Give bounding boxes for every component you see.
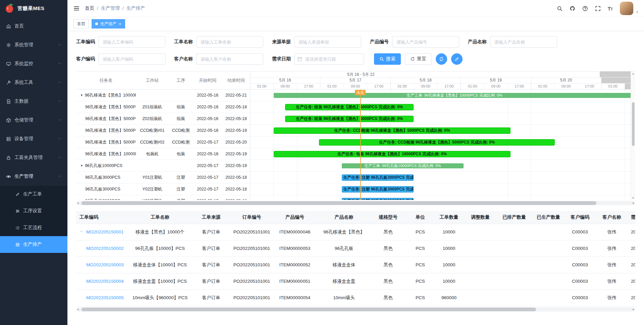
gantt-day-label: 5月 20 xyxy=(531,77,601,83)
gantt-task-row[interactable]: 96孔移液盒【黑色】5000PCSZ01组装机组装2022-05-162022-… xyxy=(76,101,250,113)
avatar-caret-icon[interactable]: ▾ xyxy=(636,10,638,14)
gantt-horizontal-scrollbar[interactable]: ◂ ▸ xyxy=(76,201,635,205)
refresh-button[interactable] xyxy=(436,53,447,65)
table-row: MO20220515000296孔孔板【10000】PCS客户订单PO20220… xyxy=(76,240,635,257)
work-order-link[interactable]: MO202205150003 xyxy=(86,262,124,267)
gantt-task-row[interactable]: ▼96孔孔板10000PCS2022-05-172022-05-19 xyxy=(76,160,250,172)
work-order-link[interactable]: MO202205150001 xyxy=(86,229,124,234)
column-header-customer_name: 客户名称 xyxy=(595,211,629,224)
scroll-thumb[interactable] xyxy=(632,102,635,146)
cell-spec: 黑色 xyxy=(370,257,407,273)
gantt-task-row[interactable]: 96孔孔板3000PCSY03注塑机注塑2022-05-172022-05-18 xyxy=(76,195,250,200)
scroll-up-arrow[interactable]: ▴ xyxy=(631,71,635,75)
search-icon[interactable] xyxy=(557,6,562,11)
reset-button[interactable]: 重置 xyxy=(405,53,432,65)
gantt-bar-task[interactable]: 生产任务: CCD检测 96孔移液盒【黑色】5000PCS 完成比例: 0% xyxy=(274,127,511,134)
breadcrumb-item[interactable]: 生产管理 xyxy=(101,5,120,11)
sidebar-item-production-mgmt[interactable]: 生产管理 xyxy=(0,167,67,186)
filter-label: 工单编码 xyxy=(76,39,95,45)
work-order-link[interactable]: MO202205150002 xyxy=(86,246,124,251)
cell-customer_code: C00003 xyxy=(565,240,595,257)
font-size-icon[interactable]: TT xyxy=(608,6,613,11)
work-order-name-input[interactable] xyxy=(196,36,263,48)
app-logo: 苦糖果MES xyxy=(0,0,67,17)
customer-code-input[interactable] xyxy=(98,53,165,65)
gantt-task-row[interactable]: 96孔移液盒【黑色】5000PCSZ02组装机组装2022-05-162022-… xyxy=(76,113,250,125)
table-horizontal-scrollbar[interactable]: ◂ ▸ xyxy=(76,307,635,312)
cell-customer_code: C00003 xyxy=(565,257,595,273)
demand-date-input[interactable] xyxy=(294,53,364,65)
fullscreen-icon[interactable] xyxy=(595,6,601,11)
gantt-bar-task[interactable]: 生产任务: 组装 96孔移液盒【黑色】5000PCS 完成比例: 0% xyxy=(285,116,413,122)
gantt-bar-selected[interactable]: 生产任务: 注塑 96孔孔板3000PCS 完成比例: 0% xyxy=(342,186,414,193)
collapse-triangle-icon[interactable]: ▼ xyxy=(80,94,83,97)
scroll-right-arrow[interactable]: ▸ xyxy=(633,307,634,312)
breadcrumb-item[interactable]: 首页 xyxy=(85,5,94,11)
customer-name-input[interactable] xyxy=(196,53,263,65)
task-process: 组装 xyxy=(169,104,193,110)
gantt-bar-selected[interactable]: 生产任务: 注塑 96孔孔板3000PCS 完成比例: 0% xyxy=(342,174,414,181)
gantt-bar-task[interactable]: 生产任务: CCD检测 96孔移液盒【黑色】5000PCS 完成比例: 0% xyxy=(319,139,555,146)
scroll-thumb[interactable] xyxy=(82,308,536,311)
breadcrumb-item[interactable]: 生产排产 xyxy=(126,5,145,11)
scroll-right-arrow[interactable]: ▸ xyxy=(633,201,634,205)
collapse-triangle-icon[interactable]: ▼ xyxy=(80,164,83,167)
gantt-bar-selected[interactable]: 生产任务: 注塑 96孔孔板3000PCS 完成比例: 0% xyxy=(342,198,414,200)
gantt-vertical-scrollbar[interactable]: ▴ ▾ xyxy=(631,71,635,200)
sidebar-item-system-monitor[interactable]: 系统监控 xyxy=(0,54,67,73)
cell-name: 移液盒【黑色】10000个 xyxy=(130,224,190,240)
search-button[interactable]: 搜索 xyxy=(374,53,401,65)
avatar[interactable] xyxy=(620,2,633,15)
sidebar-item-system-tools[interactable]: 系统工具 xyxy=(0,73,67,92)
sidebar-item-work-order[interactable]: 生产工单 xyxy=(0,186,67,203)
eye-icon xyxy=(6,174,11,179)
cell-source: 客户订单 xyxy=(190,240,232,257)
sidebar-item-label: 工艺流程 xyxy=(23,225,61,231)
scroll-thumb[interactable] xyxy=(82,201,596,205)
task-name: 96孔孔板3000PCS xyxy=(76,186,136,192)
sidebar-menu: 首页系统管理系统监控系统工具主数据仓储管理设备管理工装夹具管理生产管理生产工单工… xyxy=(0,17,67,253)
sidebar-item-craft-flow[interactable]: 工艺流程 xyxy=(0,219,67,236)
tab-生产排产[interactable]: 生产排产× xyxy=(92,19,125,29)
tab-首页[interactable]: 首页 xyxy=(73,19,89,29)
gantt-bar-task[interactable]: 生产任务: 组装 96孔移液盒【黑色】5000PCS 完成比例: 0% xyxy=(285,104,413,110)
sidebar-item-label: 设备管理 xyxy=(14,136,54,142)
sidebar-item-system-mgmt[interactable]: 系统管理 xyxy=(0,36,67,54)
scroll-left-arrow[interactable]: ◂ xyxy=(77,201,79,205)
row-expand-icon[interactable] xyxy=(79,229,86,234)
sidebar-item-scheduling[interactable]: 生产排产 xyxy=(0,236,67,253)
work-order-code-input[interactable] xyxy=(98,36,165,48)
product-code-input[interactable] xyxy=(392,36,459,48)
gantt-bar-parent[interactable]: 生产工单: 96孔移液盒【黑色】10000PCS 完成比例: 0% xyxy=(274,93,635,98)
sidebar-collapse-button[interactable] xyxy=(73,5,79,11)
gantt-task-row[interactable]: 96孔移液盒【黑色】5000PCSCCD检测#01CCD检测2022-05-16… xyxy=(76,125,250,137)
scroll-down-arrow[interactable]: ▾ xyxy=(631,196,635,200)
sidebar-item-home[interactable]: 首页 xyxy=(0,17,67,36)
work-order-link[interactable]: MO202205150004 xyxy=(86,279,124,284)
gantt-task-row[interactable]: 96孔孔板3000PCSY01注塑机注塑2022-05-172022-05-18 xyxy=(76,172,250,183)
today-badge: 今天 xyxy=(355,90,366,95)
gantt-bar-task[interactable]: 生产任务: 包装 96孔移液盒【黑色】10000PCS 完成比例: 0% xyxy=(274,151,511,157)
help-icon[interactable] xyxy=(582,6,588,11)
gantt-task-row[interactable]: 96孔移液盒【黑色】5000PCSCCD检测#02CCD检测2022-05-17… xyxy=(76,137,250,148)
sidebar-item-fixture-mgmt[interactable]: 工装夹具管理 xyxy=(0,148,67,167)
gantt-chart-row: 生产任务: 注塑 96孔孔板3000PCS 完成比例: 0% xyxy=(250,183,635,195)
sidebar-item-process-setup[interactable]: 工序设置 xyxy=(0,203,67,219)
sidebar-item-warehouse-mgmt[interactable]: 仓储管理 xyxy=(0,111,67,129)
column-header-qty: 工单数量 xyxy=(434,211,464,224)
tab-close-icon[interactable]: × xyxy=(119,22,121,26)
product-name-input[interactable] xyxy=(490,36,557,48)
sidebar-item-equipment-mgmt[interactable]: 设备管理 xyxy=(0,129,67,148)
cell-product_name: 移液盒盒体 xyxy=(318,257,370,273)
edit-button[interactable] xyxy=(451,53,463,65)
gantt-task-row[interactable]: ▼96孔移液盒【黑色】10000PCS2022-05-162022-05-21 xyxy=(76,90,250,101)
gantt-week-header: 5月 16 - 5月 22 xyxy=(250,71,635,77)
cell-order: PO202205101001 xyxy=(232,257,271,273)
work-order-link[interactable]: MO202205150005 xyxy=(86,295,124,300)
gantt-task-row[interactable]: 96孔移液盒【黑色】10000PCS包装机包装2022-05-162022-05… xyxy=(76,148,250,160)
sidebar-item-master-data[interactable]: 主数据 xyxy=(0,92,67,111)
scroll-left-arrow[interactable]: ◂ xyxy=(77,307,79,312)
gantt-task-row[interactable]: 96孔孔板3000PCSY02注塑机注塑2022-05-172022-05-18 xyxy=(76,183,250,195)
github-icon[interactable] xyxy=(570,6,575,11)
source-doc-input[interactable] xyxy=(294,36,361,48)
